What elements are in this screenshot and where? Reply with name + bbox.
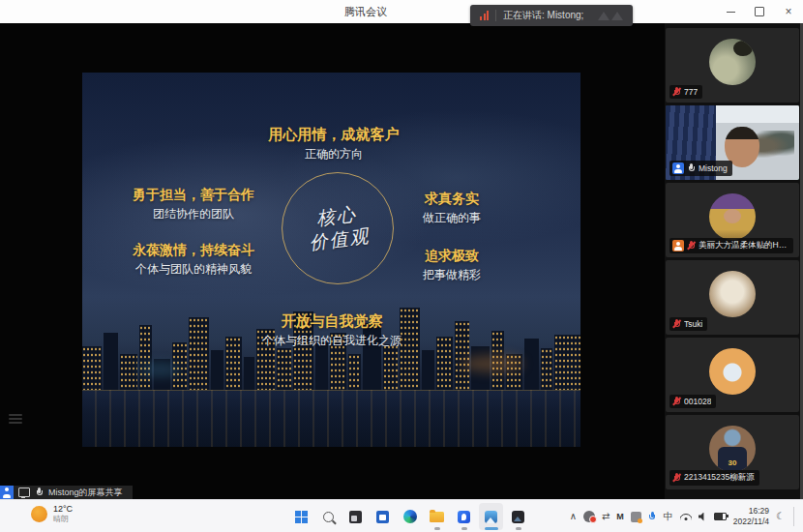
mic-icon [35,488,44,497]
notification-app-icon[interactable] [583,511,595,522]
participant-tile-active-speaker[interactable]: Mistong [666,105,799,180]
show-desktop-button[interactable] [793,507,797,526]
value-right-1: 求真务实 做正确的事 [423,191,481,226]
window-title: 腾讯会议 [344,5,387,19]
edge-browser-icon [403,510,417,523]
participant-tile[interactable]: 001028 [666,338,799,412]
search-icon [323,512,334,522]
folder-icon [430,512,444,522]
screen-icon [18,488,30,497]
host-badge-icon [672,163,684,174]
speaking-banner[interactable]: 正在讲话: Mistong; [470,5,633,26]
photos-app-button[interactable] [479,503,503,530]
window-controls: × [716,0,803,23]
participant-tile[interactable]: 30 2213415235柳新源 [666,415,799,489]
participant-label: Mistong [669,161,732,176]
titlebar: 腾讯会议 × [0,0,803,23]
avatar [709,348,756,395]
host-badge-icon [0,486,14,499]
wifi-icon[interactable] [680,513,692,520]
banner-divider [495,10,496,21]
tray-microphone-icon[interactable] [648,512,657,521]
windows-logo-icon [295,511,308,523]
sync-arrows-icon[interactable]: ⇄ [602,512,610,521]
avatar [709,193,756,240]
banner-collapse-icon[interactable] [598,12,623,20]
close-icon: × [785,6,791,17]
blue-app-icon [458,511,470,523]
participants-sidebar: 777 Mistong [665,23,803,499]
taskbar-clock[interactable]: 16:29 2022/11/4 [733,506,769,527]
task-view-icon [349,511,362,523]
avatar: 30 [709,426,756,472]
ime-indicator[interactable]: 中 [664,512,673,521]
mic-muted-icon [672,87,681,97]
close-button[interactable]: × [774,0,803,23]
value-left-2: 永葆激情，持续奋斗 个体与团队的精神风貌 [133,242,254,278]
mic-muted-icon [672,319,681,329]
participant-tile[interactable]: Tsuki [666,260,799,335]
avatar [709,39,756,85]
maximize-button[interactable] [745,0,774,23]
voice-signal-icon [480,11,489,20]
store-icon [376,511,389,523]
mic-muted-icon [687,241,696,251]
participant-tile[interactable]: 777 [666,28,799,103]
cohost-badge-icon [672,240,684,251]
participant-label: 777 [669,85,702,99]
system-tray: ∧ ⇄ M 中 16:29 2022/11/4 ☾ [570,500,797,532]
participant-tiles: 777 Mistong [666,28,799,489]
share-label: Mistong的屏幕共享 [48,487,123,499]
participant-label: 2213415235柳新源 [669,470,759,486]
blue-app-button[interactable] [452,503,476,530]
mic-muted-icon [672,397,681,406]
night-mode-moon-icon[interactable]: ☾ [776,512,785,521]
value-left-1: 勇于担当，善于合作 团结协作的团队 [133,187,254,222]
status-app-icon[interactable] [631,512,641,522]
city-glow [138,363,181,376]
meeting-window: 腾讯会议 × 正在讲话: Mistong; 核心 价值观 [0,0,803,532]
weather-temperature: 12°C [53,504,73,515]
sun-icon [31,506,47,522]
store-button[interactable] [371,503,395,530]
battery-icon[interactable] [714,513,727,520]
image-viewer-icon [512,511,524,523]
core-values-calligraphy: 核心 价值观 [305,202,371,255]
weather-condition: 晴朗 [53,515,73,524]
participant-label: 美丽大方温柔体贴的HR小姐姐 [669,238,793,253]
minimize-button[interactable] [716,0,745,23]
stage-menu-icon[interactable] [9,414,22,426]
presentation-slide: 核心 价值观 用心用情，成就客户 正确的方向 勇于担当，善于合作 团结协作的团队… [82,73,580,447]
task-view-button[interactable] [343,503,368,530]
avatar [709,271,756,317]
mic-on-icon [687,163,696,173]
core-values-circle: 核心 价值观 [282,172,394,284]
volume-icon[interactable] [699,513,707,521]
participant-tile[interactable]: 美丽大方温柔体贴的HR小姐姐 [666,183,799,257]
weather-widget[interactable]: 12°C 晴朗 [31,504,73,523]
speaking-banner-label: 正在讲话: Mistong; [503,9,583,22]
start-button[interactable] [289,503,313,530]
participant-label: 001028 [669,395,716,408]
edge-button[interactable] [398,503,422,530]
maximize-icon [755,7,764,16]
taskbar-apps [289,503,530,530]
search-button[interactable] [316,503,341,530]
photos-icon [485,511,497,523]
water-reflection-graphic [82,390,580,447]
shared-screen-stage: 核心 价值观 用心用情，成就客户 正确的方向 勇于担当，善于合作 团结协作的团队… [0,23,664,499]
mic-muted-icon [672,473,681,483]
tray-m-app-icon[interactable]: M [616,513,624,521]
image-viewer-button[interactable] [506,503,530,530]
screen-share-indicator[interactable]: Mistong的屏幕共享 [0,486,133,499]
value-right-2: 追求极致 把事做精彩 [423,248,481,283]
taskbar: 12°C 晴朗 ∧ ⇄ M 中 16: [0,499,803,532]
value-bottom: 开放与自我觉察 个体与组织的自我进化之源 [262,312,402,349]
value-top: 用心用情，成就客户 正确的方向 [269,126,400,163]
file-explorer-button[interactable] [425,503,449,530]
minimize-icon [727,12,735,13]
tray-overflow-chevron-icon[interactable]: ∧ [570,512,577,521]
city-glow [461,355,523,372]
participant-label: Tsuki [669,317,707,331]
